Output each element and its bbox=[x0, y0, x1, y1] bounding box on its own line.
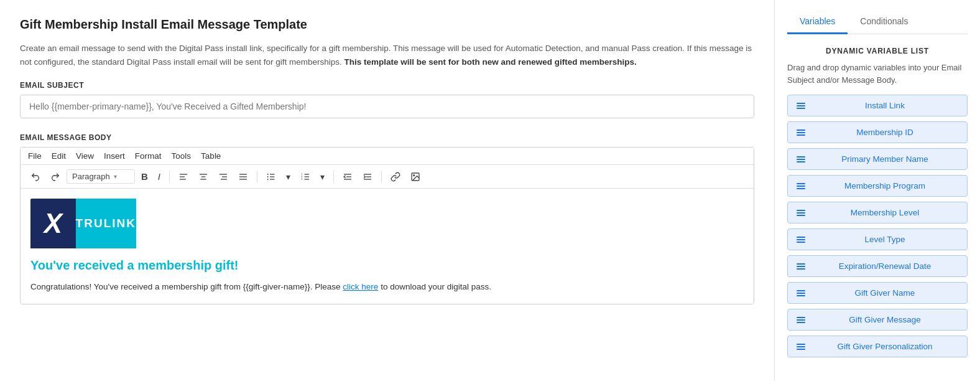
drag-handle-icon bbox=[797, 156, 805, 162]
drag-handle-icon bbox=[797, 237, 805, 243]
undo-button[interactable] bbox=[27, 169, 44, 184]
svg-point-16 bbox=[267, 176, 269, 177]
menu-insert[interactable]: Insert bbox=[104, 151, 125, 161]
page-title: Gift Membership Install Email Message Te… bbox=[20, 17, 754, 32]
separator-4 bbox=[381, 171, 382, 183]
tab-conditionals[interactable]: Conditionals bbox=[848, 10, 920, 34]
align-center-button[interactable] bbox=[195, 169, 212, 184]
variable-label: Gift Giver Name bbox=[811, 288, 958, 298]
click-here-link[interactable]: click here bbox=[343, 282, 378, 291]
align-left-button[interactable] bbox=[175, 169, 192, 184]
menu-format[interactable]: Format bbox=[135, 151, 162, 161]
indent-button[interactable] bbox=[359, 169, 376, 184]
separator-3 bbox=[333, 171, 334, 183]
align-right-button[interactable] bbox=[215, 169, 232, 184]
variable-primary-member-name[interactable]: Primary Member Name bbox=[787, 148, 968, 170]
xtrulink-logo: X TRULINK bbox=[30, 199, 136, 248]
image-button[interactable] bbox=[407, 169, 424, 184]
drag-handle-icon bbox=[797, 263, 805, 270]
ol-dropdown-button[interactable]: ▾ bbox=[317, 169, 328, 184]
variables-list: Install Link Membership ID Primary Membe… bbox=[787, 95, 968, 357]
variable-gift-giver-name[interactable]: Gift Giver Name bbox=[787, 282, 968, 304]
menu-table[interactable]: Table bbox=[201, 151, 221, 161]
svg-point-17 bbox=[267, 179, 269, 180]
align-justify-button[interactable] bbox=[234, 169, 252, 184]
ol-button[interactable]: 123 bbox=[297, 169, 314, 184]
ul-button[interactable] bbox=[262, 169, 280, 184]
drag-handle-icon bbox=[797, 210, 805, 216]
gift-text: Congratulations! You've received a membe… bbox=[30, 280, 744, 294]
drag-handle-icon bbox=[797, 103, 805, 109]
editor-container: File Edit View Insert Format Tools Table… bbox=[20, 147, 754, 304]
drag-handle-icon bbox=[797, 344, 805, 350]
italic-button[interactable]: I bbox=[154, 169, 164, 184]
paragraph-dropdown[interactable]: Paragraph ▾ bbox=[67, 169, 135, 184]
editor-menubar: File Edit View Insert Format Tools Table bbox=[21, 148, 754, 165]
email-body-label: EMAIL MESSAGE BODY bbox=[20, 133, 754, 142]
variable-label: Install Link bbox=[811, 101, 958, 110]
link-button[interactable] bbox=[387, 169, 404, 184]
variable-membership-id[interactable]: Membership ID bbox=[787, 121, 968, 143]
variable-membership-program[interactable]: Membership Program bbox=[787, 175, 968, 197]
variable-gift-giver-message[interactable]: Gift Giver Message bbox=[787, 309, 968, 331]
variable-label: Gift Giver Personalization bbox=[811, 342, 958, 351]
description: Create an email message to send with the… bbox=[20, 42, 754, 68]
variable-label: Membership Program bbox=[811, 181, 958, 190]
email-subject-label: EMAIL SUBJECT bbox=[20, 81, 754, 90]
variable-label: Gift Giver Message bbox=[811, 315, 958, 324]
menu-edit[interactable]: Edit bbox=[52, 151, 66, 161]
variable-label: Membership Level bbox=[811, 208, 958, 217]
drag-handle-icon bbox=[797, 317, 805, 323]
variable-gift-giver-personalization[interactable]: Gift Giver Personalization bbox=[787, 336, 968, 357]
svg-text:3: 3 bbox=[301, 177, 303, 181]
separator-1 bbox=[169, 171, 170, 183]
tab-variables[interactable]: Variables bbox=[787, 10, 848, 34]
email-subject-input[interactable] bbox=[20, 95, 754, 118]
svg-point-15 bbox=[267, 174, 269, 175]
variable-level-type[interactable]: Level Type bbox=[787, 228, 968, 250]
logo-container: X TRULINK bbox=[30, 199, 744, 248]
logo-x-letter: X bbox=[44, 210, 62, 237]
ul-dropdown-button[interactable]: ▾ bbox=[282, 169, 294, 184]
editor-toolbar: Paragraph ▾ B I bbox=[21, 165, 754, 189]
variable-label: Level Type bbox=[811, 235, 958, 244]
menu-tools[interactable]: Tools bbox=[172, 151, 192, 161]
chevron-down-icon: ▾ bbox=[114, 173, 117, 180]
separator-2 bbox=[257, 171, 257, 183]
svg-point-31 bbox=[414, 174, 415, 176]
menu-view[interactable]: View bbox=[76, 151, 94, 161]
main-content: Gift Membership Install Email Message Te… bbox=[0, 0, 775, 381]
variable-install-link[interactable]: Install Link bbox=[787, 95, 968, 116]
gift-heading: You've received a membership gift! bbox=[30, 258, 744, 273]
variable-label: Expiration/Renewal Date bbox=[811, 261, 958, 271]
tabs-header: Variables Conditionals bbox=[787, 10, 968, 34]
drag-handle-icon bbox=[797, 290, 805, 296]
paragraph-label: Paragraph bbox=[72, 172, 110, 181]
panel-section-title: DYNAMIC VARIABLE LIST bbox=[787, 47, 968, 55]
panel-description: Drag and drop dynamic variables into you… bbox=[787, 62, 968, 86]
right-panel: Variables Conditionals DYNAMIC VARIABLE … bbox=[775, 0, 980, 381]
variable-expiration-renewal-date[interactable]: Expiration/Renewal Date bbox=[787, 255, 968, 277]
bold-button[interactable]: B bbox=[137, 169, 152, 184]
variable-label: Primary Member Name bbox=[811, 154, 958, 164]
redo-button[interactable] bbox=[47, 169, 64, 184]
variable-label: Membership ID bbox=[811, 128, 958, 137]
drag-handle-icon bbox=[797, 183, 805, 189]
drag-handle-icon bbox=[797, 129, 805, 136]
outdent-button[interactable] bbox=[339, 169, 356, 184]
editor-body[interactable]: X TRULINK You've received a membership g… bbox=[21, 189, 754, 304]
menu-file[interactable]: File bbox=[28, 151, 42, 161]
logo-trulink-text: TRULINK bbox=[76, 217, 136, 230]
variable-membership-level[interactable]: Membership Level bbox=[787, 202, 968, 223]
